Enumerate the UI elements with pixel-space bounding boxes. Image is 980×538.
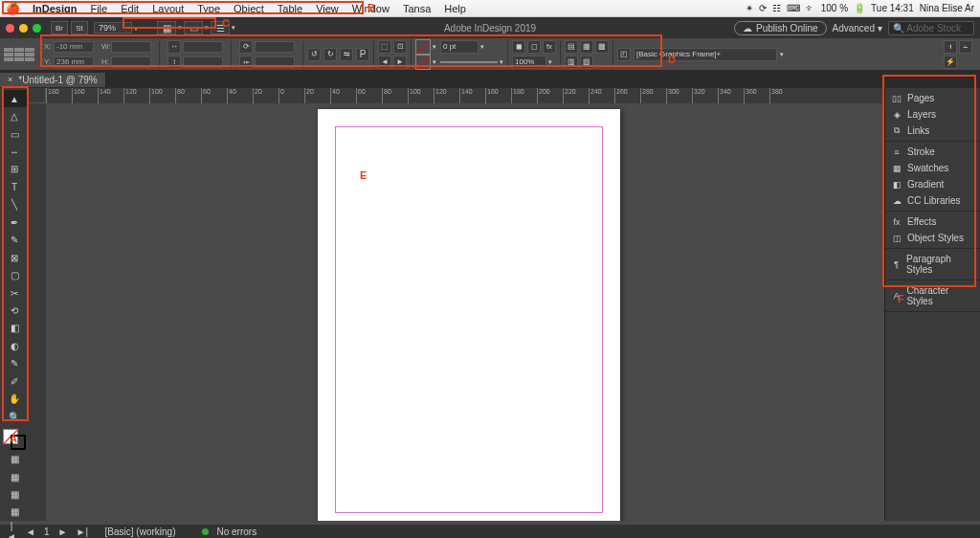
panel-paragraph-styles[interactable]: ¶Paragraph Styles: [885, 251, 980, 278]
chevron-down-icon[interactable]: ▾: [134, 24, 138, 33]
p-icon[interactable]: P: [356, 48, 369, 61]
panel-layers[interactable]: ◈Layers: [885, 106, 980, 123]
menu-type[interactable]: Type: [190, 3, 227, 14]
last-page-button[interactable]: ►|: [77, 527, 88, 537]
rotate-ccw-icon[interactable]: ↺: [307, 48, 321, 61]
panel-links[interactable]: ⧉Links: [885, 123, 980, 139]
free-transform-tool[interactable]: ⟲: [2, 302, 27, 319]
preflight-profile[interactable]: [Basic] (working): [105, 527, 176, 537]
menu-tansa[interactable]: Tansa: [396, 3, 437, 14]
rotate-cw-icon[interactable]: ↻: [323, 48, 337, 61]
stroke-style-selector[interactable]: [440, 61, 498, 63]
vertical-ruler[interactable]: [29, 103, 46, 521]
x-position-input[interactable]: [54, 41, 94, 53]
gradient-swatch-tool[interactable]: ◧: [2, 320, 27, 337]
text-wrap-jump-icon[interactable]: ▥: [565, 56, 578, 69]
select-container-icon[interactable]: ⬚: [378, 40, 391, 54]
pen-tool[interactable]: ✒: [2, 213, 27, 231]
view-mode-icon[interactable]: ▦: [2, 504, 27, 521]
prev-page-button[interactable]: ◄: [25, 527, 36, 537]
menu-layout[interactable]: Layout: [145, 3, 190, 14]
page-tool[interactable]: ▭: [2, 125, 27, 143]
reference-point-grid[interactable]: [4, 48, 40, 61]
select-prev-icon[interactable]: ◄: [378, 56, 391, 69]
scale-x-icon[interactable]: ↔: [167, 40, 181, 54]
eyedropper-tool[interactable]: ✐: [2, 372, 27, 390]
zoom-level[interactable]: 79%: [94, 22, 132, 34]
view-opt-2[interactable]: ▭: [184, 21, 203, 34]
y-position-input[interactable]: [54, 56, 94, 68]
close-tab-icon[interactable]: ×: [8, 75, 12, 84]
hand-tool[interactable]: ✋: [2, 390, 27, 407]
text-wrap-none-icon[interactable]: ▤: [565, 40, 578, 54]
menu-view[interactable]: View: [309, 3, 345, 14]
text-wrap-bbox-icon[interactable]: ▦: [580, 40, 593, 54]
next-page-button[interactable]: ►: [57, 527, 69, 537]
gradient-feather-tool[interactable]: ◐: [2, 337, 27, 354]
scissors-tool[interactable]: ✂: [2, 284, 27, 302]
stroke-weight-input[interactable]: 0 pt: [440, 40, 479, 54]
height-input[interactable]: [111, 56, 151, 68]
panel-pages[interactable]: ▯▯Pages: [885, 90, 980, 106]
close-window-icon[interactable]: [6, 24, 14, 33]
scale-x-input[interactable]: [183, 41, 223, 53]
stock-button[interactable]: St: [71, 21, 88, 34]
panel-swatches[interactable]: ▦Swatches: [885, 160, 980, 176]
window-controls[interactable]: [6, 24, 41, 33]
selection-tool[interactable]: ▲: [2, 90, 27, 107]
stroke-swatch[interactable]: [415, 55, 431, 70]
menu-table[interactable]: Table: [271, 3, 309, 14]
apply-color-icon[interactable]: ▦: [2, 450, 27, 467]
scale-y-icon[interactable]: ↕: [167, 56, 181, 69]
panel-stroke[interactable]: ≡Stroke: [885, 144, 980, 160]
corner-options-icon[interactable]: ◰: [617, 48, 631, 61]
rotate-input[interactable]: [255, 41, 295, 53]
maximize-window-icon[interactable]: [33, 24, 41, 33]
fill-swatch[interactable]: [415, 39, 431, 55]
panel-gradient[interactable]: ◧Gradient: [885, 176, 980, 192]
width-input[interactable]: [111, 41, 151, 53]
note-tool[interactable]: ✎: [2, 355, 27, 372]
rotate-icon[interactable]: ⟳: [239, 40, 253, 54]
zoom-tool[interactable]: 🔍: [2, 408, 27, 425]
scale-y-input[interactable]: [183, 56, 223, 68]
apply-gradient-icon[interactable]: ▦: [2, 468, 27, 485]
object-style-selector[interactable]: [Basic Graphics Frame]+: [634, 48, 777, 61]
ruler-origin[interactable]: [29, 88, 46, 103]
search-stock-input[interactable]: 🔍 Adobe Stock: [888, 21, 974, 35]
bolt-icon[interactable]: ⚡: [944, 56, 957, 69]
page-number[interactable]: 1: [44, 527, 50, 537]
align-icon[interactable]: ⫞: [944, 40, 957, 54]
panel-object-styles[interactable]: ◫Object Styles: [885, 230, 980, 246]
text-wrap-col-icon[interactable]: ▧: [580, 56, 593, 69]
workspace-selector[interactable]: Advanced▾: [833, 23, 882, 34]
text-wrap-shape-icon[interactable]: ▩: [595, 40, 609, 54]
apple-icon[interactable]: 🍎: [6, 2, 20, 15]
bridge-button[interactable]: Br: [51, 21, 68, 34]
menu-object[interactable]: Object: [227, 3, 271, 14]
horizontal-ruler[interactable]: 1801601401201008060402002040608010012014…: [46, 88, 884, 103]
minimize-window-icon[interactable]: [19, 24, 28, 33]
menu-file[interactable]: File: [83, 3, 114, 14]
line-tool[interactable]: ╲: [2, 196, 27, 213]
flip-h-icon[interactable]: ⇋: [340, 48, 353, 61]
distribute-icon[interactable]: ⫠: [959, 40, 972, 54]
menu-edit[interactable]: Edit: [114, 3, 145, 14]
apply-none-icon[interactable]: ▦: [2, 485, 27, 503]
direct-selection-tool[interactable]: △: [2, 107, 27, 124]
select-content-icon[interactable]: ⊡: [393, 40, 407, 54]
drop-shadow-icon[interactable]: ◼: [512, 40, 525, 54]
panel-cc-libraries[interactable]: ☁CC Libraries: [885, 192, 980, 209]
rectangle-tool[interactable]: ▢: [2, 266, 27, 283]
preflight-errors[interactable]: No errors: [216, 527, 256, 537]
panel-effects[interactable]: fxEffects: [885, 213, 980, 230]
document-tab[interactable]: × *Untitled-1 @ 79%: [0, 73, 106, 87]
first-page-button[interactable]: |◄: [6, 521, 17, 538]
view-opt-1[interactable]: ▦: [157, 21, 176, 34]
type-tool[interactable]: T: [2, 178, 27, 195]
menu-indesign[interactable]: InDesign: [26, 3, 83, 14]
publish-online-button[interactable]: ☁Publish Online: [734, 21, 826, 35]
rectangle-frame-tool[interactable]: ⊠: [2, 249, 27, 266]
content-collector-tool[interactable]: ⊞: [2, 161, 27, 178]
shear-input[interactable]: [255, 56, 295, 68]
